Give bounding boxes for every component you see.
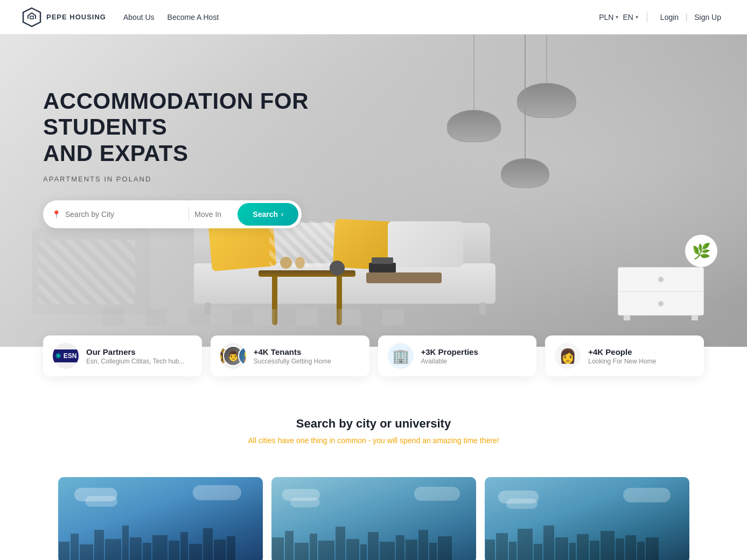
language-chevron-icon: ▾: [636, 14, 638, 20]
search-city-wrap: 📍: [52, 210, 183, 219]
search-section: Search by city or university All cities …: [0, 395, 747, 466]
currency-label: PLN: [599, 13, 613, 22]
hero-content: ACCOMMODATION FOR STUDENTS AND EXPATS AP…: [43, 88, 312, 228]
cloud-3c: [623, 488, 671, 502]
search-city-input[interactable]: [65, 210, 183, 219]
stat-title-properties: +3K Properties: [421, 347, 478, 356]
building-icon: 🏢: [392, 348, 409, 365]
search-button-label: Search: [253, 210, 278, 219]
skyline-1: [58, 526, 263, 560]
navbar-right: PLN ▾ EN ▾ Login | Sign Up: [599, 12, 725, 23]
stat-title-tenants: +4K Tenants: [254, 347, 331, 356]
skyline-3: [485, 526, 689, 560]
stat-icon-tenants: 👩 👨 👱: [220, 343, 246, 369]
svg-marker-0: [23, 8, 40, 26]
esn-logo: ✳ ESN: [53, 349, 79, 362]
currency-dropdown[interactable]: PLN ▾: [599, 13, 618, 22]
stats-row: ✳ ESN Our Partners Esn, Collegium Citita…: [43, 335, 704, 376]
stat-sub-properties: Available: [421, 358, 478, 365]
nav-become-host[interactable]: Become A Host: [167, 13, 219, 22]
stat-title-partners: Our Partners: [86, 347, 185, 356]
tray: [366, 272, 442, 283]
search-divider: [189, 207, 189, 222]
search-button[interactable]: Search ›: [238, 203, 298, 226]
nav-about[interactable]: About Us: [123, 13, 155, 22]
city-card-1[interactable]: [58, 477, 263, 560]
cloud-2b: [290, 498, 320, 507]
dresser: [618, 267, 704, 316]
stat-icon-looking: 👩: [555, 343, 581, 369]
hero-title: ACCOMMODATION FOR STUDENTS AND EXPATS: [43, 88, 312, 166]
left-chair: [32, 228, 151, 314]
stat-title-looking: +4K People: [588, 347, 656, 356]
stat-info-tenants: +4K Tenants Successfully Getting Home: [254, 347, 331, 365]
location-pin-icon: 📍: [52, 210, 61, 219]
stat-info-looking: +4K People Looking For New Home: [588, 347, 656, 365]
cloud-3b: [506, 499, 537, 509]
cloud-2c: [414, 487, 460, 501]
currency-chevron-icon: ▾: [616, 14, 618, 20]
navbar-links: About Us Become A Host: [123, 13, 599, 22]
navbar-auth: Login | Sign Up: [656, 12, 725, 22]
search-arrow-icon: ›: [281, 211, 283, 218]
cloud-1c: [193, 485, 241, 500]
stat-icon-partners: ✳ ESN: [53, 343, 79, 369]
stat-card-looking: 👩 +4K People Looking For New Home: [545, 335, 704, 376]
stat-icon-properties: 🏢: [388, 343, 414, 369]
hero-title-line2: AND EXPATS: [43, 141, 188, 166]
lamp-1: [447, 34, 501, 142]
svg-rect-1: [30, 16, 33, 19]
hero-title-line1: ACCOMMODATION FOR STUDENTS: [43, 88, 309, 139]
language-label: EN: [623, 13, 633, 22]
skyline-2: [271, 526, 476, 560]
navbar-divider: [647, 12, 647, 23]
section-title: Search by city or university: [11, 417, 736, 431]
logo-text: PEPE HOUSING: [46, 13, 106, 21]
stat-info-partners: Our Partners Esn, Collegium Cititas, Tec…: [86, 347, 185, 365]
cloud-1b: [85, 496, 117, 507]
stat-card-partners: ✳ ESN Our Partners Esn, Collegium Citita…: [43, 335, 202, 376]
city-card-2[interactable]: [271, 477, 476, 560]
logo-icon: [22, 7, 42, 27]
avatar-group: 👩 👨 👱: [220, 346, 246, 366]
stat-sub-looking: Looking For New Home: [588, 358, 656, 365]
city-card-3[interactable]: [485, 477, 689, 560]
city-cards: [0, 466, 747, 560]
stat-card-properties: 🏢 +3K Properties Available: [378, 335, 537, 376]
navbar: PEPE HOUSING About Us Become A Host PLN …: [0, 0, 747, 34]
search-bar: 📍 Search ›: [43, 200, 302, 228]
stat-sub-tenants: Successfully Getting Home: [254, 358, 331, 365]
search-movein-input[interactable]: [194, 210, 238, 219]
stat-sub-partners: Esn, Collegium Cititas, Tech hub...: [86, 358, 185, 365]
hero-subtitle: APARTMENTS IN POLAND: [43, 175, 312, 183]
rug: [81, 309, 404, 325]
section-subtitle: All cities have one thing in common - yo…: [11, 436, 736, 445]
stat-info-properties: +3K Properties Available: [421, 347, 478, 365]
logo[interactable]: PEPE HOUSING: [22, 7, 106, 27]
signup-link[interactable]: Sign Up: [694, 13, 721, 22]
person-icon: 👩: [559, 348, 576, 365]
language-dropdown[interactable]: EN ▾: [623, 13, 638, 22]
login-link[interactable]: Login: [660, 13, 679, 22]
lamp-3: [501, 34, 549, 188]
hero-section: 🌿 ACCOMMODATION FOR STUDENTS AND EXPATS …: [0, 34, 747, 347]
stat-card-tenants: 👩 👨 👱 +4K Tenants Successfully Getting H…: [211, 335, 369, 376]
esn-star-icon: ✳: [55, 352, 61, 360]
plant: 🌿: [685, 235, 717, 267]
